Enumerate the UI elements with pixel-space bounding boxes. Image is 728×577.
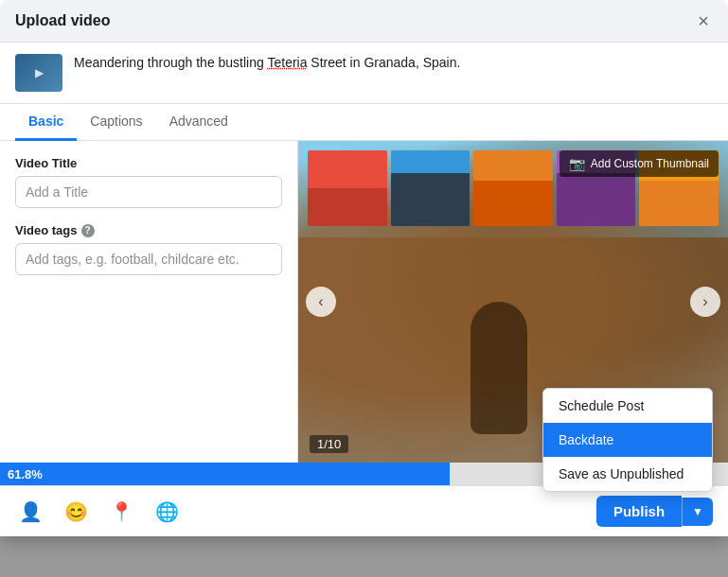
footer-icons: 👤 😊 📍 🌐 xyxy=(15,497,182,527)
video-title-label: Video Title xyxy=(15,156,282,170)
tags-help-icon: ? xyxy=(81,224,95,237)
video-description-text: Meandering through the bustling Teteria … xyxy=(74,54,460,73)
modal-close-button[interactable]: × xyxy=(694,11,713,30)
modal-title: Upload video xyxy=(15,12,110,29)
tab-bar: Basic Captions Advanced xyxy=(0,104,728,141)
prev-slide-button[interactable]: ‹ xyxy=(306,287,336,317)
modal-overlay: Upload video × Meandering through the bu… xyxy=(0,0,728,577)
chevron-down-icon: ▼ xyxy=(692,505,703,518)
video-description-row: Meandering through the bustling Teteria … xyxy=(0,43,728,104)
slide-counter: 1/10 xyxy=(310,435,348,453)
tab-captions[interactable]: Captions xyxy=(77,104,155,141)
video-tags-group: Video tags ? xyxy=(15,223,282,275)
stall-1 xyxy=(308,150,387,226)
video-tags-label: Video tags ? xyxy=(15,223,282,237)
person-add-icon: 👤 xyxy=(19,500,43,523)
form-panel: Video Title Video tags ? xyxy=(0,141,298,463)
feeling-button[interactable]: 😊 xyxy=(61,497,91,527)
camera-icon: 📷 xyxy=(569,156,585,171)
modal-header: Upload video × xyxy=(0,0,728,43)
stall-3 xyxy=(473,150,553,226)
publish-group: Schedule Post Backdate Save as Unpublish… xyxy=(596,496,713,527)
video-title-input[interactable] xyxy=(15,176,282,208)
story-button[interactable]: 🌐 xyxy=(151,497,182,527)
location-icon: 📍 xyxy=(110,500,133,523)
video-tags-input[interactable] xyxy=(15,243,282,275)
progress-bar-fill: 61.8% xyxy=(0,463,450,485)
tab-advanced[interactable]: Advanced xyxy=(156,104,241,141)
backdate-option[interactable]: Backdate xyxy=(543,423,712,457)
publish-dropdown-menu: Schedule Post Backdate Save as Unpublish… xyxy=(542,388,713,492)
video-thumbnail-small xyxy=(15,54,62,92)
tag-people-button[interactable]: 👤 xyxy=(15,497,45,527)
stall-2 xyxy=(391,150,471,226)
progress-text: 61.8% xyxy=(8,467,43,481)
save-unpublished-option[interactable]: Save as Unpublished xyxy=(543,457,712,491)
person-silhouette xyxy=(471,302,527,434)
modal-footer: 👤 😊 📍 🌐 Schedule Post xyxy=(0,485,728,536)
emoji-icon: 😊 xyxy=(64,500,88,523)
video-title-group: Video Title xyxy=(15,156,282,208)
upload-video-modal: Upload video × Meandering through the bu… xyxy=(0,0,728,536)
publish-button[interactable]: Publish xyxy=(596,496,682,527)
next-slide-button[interactable]: › xyxy=(690,287,720,317)
tab-basic[interactable]: Basic xyxy=(15,104,77,141)
add-thumbnail-button[interactable]: 📷 Add Custom Thumbnail xyxy=(559,150,719,177)
schedule-post-option[interactable]: Schedule Post xyxy=(543,389,712,423)
globe-icon: 🌐 xyxy=(155,500,179,523)
checkin-button[interactable]: 📍 xyxy=(106,497,136,527)
publish-dropdown-toggle[interactable]: ▼ xyxy=(682,498,713,526)
